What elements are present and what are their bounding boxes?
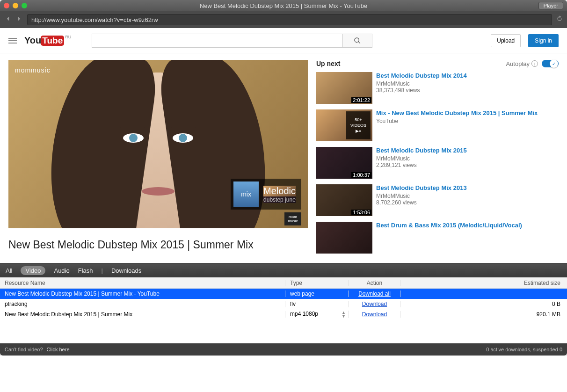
window-title: New Best Melodic Dubstep Mix 2015 | Summ… [0, 2, 567, 9]
footer-help-link[interactable]: Click here [47, 347, 70, 352]
tab-audio[interactable]: Audio [54, 267, 69, 274]
suggestion-channel: MrMoMMusic [376, 80, 559, 87]
row-size: 920.1 MB [400, 311, 567, 318]
row-type: mp4 1080p▲▼ [285, 311, 349, 318]
upnext-label: Up next [316, 60, 340, 67]
row-size: 0 B [400, 301, 567, 307]
footer-question: Can't find video? [5, 347, 43, 352]
autoplay-toggle[interactable] [542, 60, 559, 67]
suggestion-thumb: 2:01:22 [316, 72, 372, 104]
col-type: Type [285, 280, 349, 286]
player-watermark: mommusic [15, 66, 51, 74]
player-corner-logo: mom music [284, 212, 301, 225]
duration-badge: 1:53:06 [351, 210, 371, 215]
badge-sub: dubstep june [263, 196, 296, 203]
duration-badge: 1:00:37 [351, 172, 371, 178]
search-input[interactable] [92, 34, 342, 48]
suggestion-title: Best Drum & Bass Mix 2015 (Melodic/Liqui… [376, 222, 559, 229]
suggestion-title: Best Melodic Dubstep Mix 2013 [376, 184, 559, 192]
tab-downloads[interactable]: Downloads [111, 267, 141, 274]
col-size: Estimated size [400, 280, 567, 286]
info-icon[interactable]: i [531, 60, 538, 67]
titlebar: New Best Melodic Dubstep Mix 2015 | Summ… [0, 0, 567, 11]
app-window: New Best Melodic Dubstep Mix 2015 | Summ… [0, 0, 567, 356]
suggestion-thumb [316, 222, 372, 254]
row-name: New Best Melodic Dubstep Mix 2015 | Summ… [0, 311, 285, 318]
logo-you: You [24, 35, 41, 46]
page-content: YouTubeRU Upload Sign in [0, 28, 567, 263]
row-name: New Best Melodic Dubstep Mix 2015 | Summ… [0, 290, 285, 297]
row-type: flv [285, 301, 349, 307]
suggestion-item[interactable]: 1:00:37 Best Melodic Dubstep Mix 2015 Mr… [316, 147, 559, 179]
download-row[interactable]: New Best Melodic Dubstep Mix 2015 | Summ… [0, 289, 567, 299]
suggestion-views: 38,373,498 views [376, 87, 559, 94]
browser-toolbar: http://www.youtube.com/watch?v=cbr-w9z62… [0, 11, 567, 28]
logo-tube: Tube [41, 36, 64, 46]
video-thumbnail-art [97, 73, 219, 228]
url-bar[interactable]: http://www.youtube.com/watch?v=cbr-w9z62… [27, 14, 552, 25]
yt-header: YouTubeRU Upload Sign in [0, 28, 567, 53]
suggestion-thumb: 1:00:37 [316, 147, 372, 179]
suggestion-thumb: 1:53:06 [316, 184, 372, 216]
search-icon [354, 37, 361, 44]
player-badge: mix Melodic dubstep june [231, 179, 301, 210]
signin-button[interactable]: Sign in [528, 34, 559, 47]
download-row[interactable]: New Best Melodic Dubstep Mix 2015 | Summ… [0, 309, 567, 319]
back-icon[interactable] [4, 15, 12, 25]
suggestion-title: Mix - New Best Melodic Dubstep Mix 2015 … [376, 109, 559, 117]
suggestion-views: 2,289,121 views [376, 162, 559, 168]
suggestion-item[interactable]: 1:53:06 Best Melodic Dubstep Mix 2013 Mr… [316, 184, 559, 216]
download-tabs: All Video Audio Flash | Downloads [0, 263, 567, 277]
upload-button[interactable]: Upload [491, 34, 521, 47]
footer-status: 0 active downloads, suspended 0 [486, 347, 562, 352]
suggestion-channel: MrMoMMusic [376, 193, 559, 199]
format-stepper-icon[interactable]: ▲▼ [342, 311, 346, 318]
suggestion-views: 8,702,260 views [376, 199, 559, 206]
menu-icon[interactable] [8, 38, 17, 44]
reload-icon[interactable] [556, 15, 563, 24]
duration-badge: 2:01:22 [351, 97, 371, 103]
autoplay-label: Autoplay [506, 60, 530, 67]
suggestion-channel: YouTube [376, 118, 559, 124]
sidebar: Up next Autoplay i 2:01:22 Best Melodic … [316, 60, 559, 263]
tab-video[interactable]: Video [21, 266, 45, 275]
download-table-header: Resource Name Type Action Estimated size [0, 277, 567, 289]
tab-flash[interactable]: Flash [78, 267, 93, 274]
logo-region: RU [65, 35, 71, 39]
col-action: Action [349, 280, 400, 286]
row-name: ptracking [0, 301, 285, 307]
video-title: New Best Melodic Dubstep Mix 2015 | Summ… [8, 228, 308, 251]
tab-all[interactable]: All [6, 267, 12, 274]
download-footer: Can't find video? Click here 0 active do… [0, 343, 567, 356]
col-name: Resource Name [0, 280, 285, 286]
row-action-link[interactable]: Download all [358, 290, 391, 297]
suggestion-item[interactable]: 50+VIDEOS▶≡ Mix - New Best Melodic Dubst… [316, 109, 559, 141]
download-row[interactable]: ptracking flv Download 0 B [0, 299, 567, 309]
badge-title: Melodic [263, 186, 296, 196]
download-panel: All Video Audio Flash | Downloads Resour… [0, 263, 567, 356]
forward-icon[interactable] [15, 15, 23, 25]
youtube-logo[interactable]: YouTubeRU [24, 35, 70, 46]
playlist-overlay: 50+VIDEOS▶≡ [346, 111, 371, 139]
suggestion-thumb: 50+VIDEOS▶≡ [316, 109, 372, 141]
suggestion-title: Best Melodic Dubstep Mix 2015 [376, 147, 559, 154]
suggestion-item[interactable]: 2:01:22 Best Melodic Dubstep Mix 2014 Mr… [316, 72, 559, 104]
url-text: http://www.youtube.com/watch?v=cbr-w9z62… [31, 16, 158, 23]
suggestion-channel: MrMoMMusic [376, 155, 559, 162]
badge-square: mix [233, 181, 259, 207]
row-action-link[interactable]: Download [362, 311, 387, 318]
search-button[interactable] [342, 34, 372, 48]
video-player[interactable]: mommusic mix Melodic dubstep june mom mu… [8, 60, 308, 228]
suggestion-title: Best Melodic Dubstep Mix 2014 [376, 72, 559, 80]
row-type: web page [285, 290, 349, 297]
row-action-link[interactable]: Download [362, 301, 387, 307]
suggestion-item[interactable]: Best Drum & Bass Mix 2015 (Melodic/Liqui… [316, 222, 559, 254]
